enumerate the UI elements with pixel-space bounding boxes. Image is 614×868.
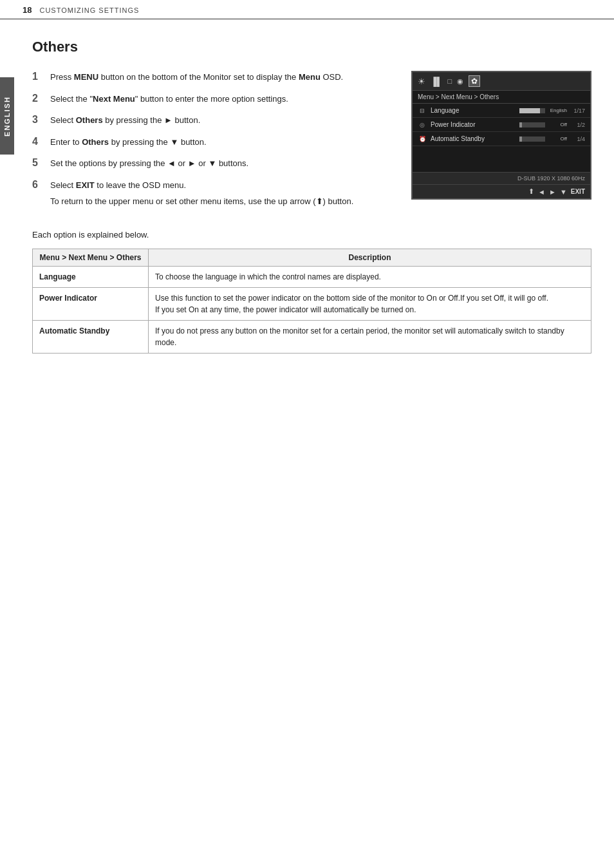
table-row-language: Language To choose the language in which… (33, 266, 591, 287)
step-4-text: Enter to Others by pressing the ▼ button… (50, 136, 207, 149)
step-6: 6 Select EXIT to leave the OSD menu. To … (32, 179, 392, 208)
section-title: Others (32, 39, 591, 55)
osd-bar-language (519, 108, 545, 113)
page-header: 18 CUSTOMIZING SETTINGS (0, 0, 614, 19)
table-cell-power-desc: Use this function to set the power indic… (149, 287, 591, 320)
osd-breadcrumb: Menu > Next Menu > Others (413, 91, 590, 104)
table-cell-language-desc: To choose the language in which the cont… (149, 266, 591, 287)
side-tab: ENGLISH (0, 77, 14, 155)
osd-item-power-fraction: 1/2 (571, 122, 585, 128)
step-6-number: 6 (32, 179, 44, 191)
page-number: 18 (23, 5, 32, 15)
osd-item-power-bar: Off (519, 122, 567, 127)
step-4: 4 Enter to Others by pressing the ▼ butt… (32, 136, 392, 149)
table-cell-standby-label: Automatic Standby (33, 320, 149, 353)
table-row-standby: Automatic Standby If you do not press an… (33, 320, 591, 353)
each-option-text: Each option is explained below. (32, 230, 591, 240)
osd-item-standby-label: Automatic Standby (431, 135, 516, 142)
osd-bar-power (519, 122, 545, 127)
osd-resolution: D-SUB 1920 X 1080 60Hz (431, 175, 585, 182)
step-4-number: 4 (32, 136, 44, 147)
table-cell-standby-desc: If you do not press any button on the mo… (149, 320, 591, 353)
osd-nav-bar: ⬆ ◄ ► ▼ EXIT (413, 184, 590, 198)
osd-item-language-icon: ⊟ (418, 108, 427, 114)
step-6-text: Select EXIT to leave the OSD menu. (50, 179, 353, 192)
step-5-text: Set the options by pressing the ◄ or ► o… (50, 157, 248, 170)
osd-nav-exit: EXIT (571, 188, 585, 195)
osd-icon-bars: ▐▌ (431, 77, 442, 86)
osd-item-language-value: English (548, 108, 567, 113)
step-1-text: Press MENU button on the bottom of the M… (50, 71, 343, 84)
osd-item-power-label: Power Indicator (431, 121, 516, 128)
osd-item-language: ⊟ Language English 1/17 (413, 104, 590, 118)
osd-nav-up: ⬆ (528, 187, 534, 196)
osd-screen: ☀ ▐▌ □ ◉ ✿ Menu > Next Menu > Others ⊟ L… (411, 71, 591, 200)
osd-item-power-value: Off (548, 122, 567, 127)
page-header-title: CUSTOMIZING SETTINGS (39, 6, 139, 14)
table-row-power: Power Indicator Use this function to set… (33, 287, 591, 320)
osd-item-standby-value: Off (548, 136, 567, 142)
step-1: 1 Press MENU button on the bottom of the… (32, 71, 392, 84)
osd-item-standby: ⏰ Automatic Standby Off 1/4 (413, 132, 590, 146)
table-cell-language-label: Language (33, 266, 149, 287)
osd-item-power-icon: ◎ (418, 122, 427, 128)
osd-bottom-bar: D-SUB 1920 X 1080 60Hz (413, 172, 590, 184)
table-cell-power-label: Power Indicator (33, 287, 149, 320)
osd-item-language-bar: English (519, 108, 567, 113)
osd-icon-circle: ◉ (457, 77, 463, 86)
step-2: 2 Select the "Next Menu" button to enter… (32, 93, 392, 106)
main-content: Others 1 Press MENU button on the bottom… (0, 19, 614, 373)
osd-nav-left: ◄ (538, 188, 545, 196)
osd-item-standby-bar: Off (519, 136, 567, 142)
osd-bar-standby (519, 137, 545, 142)
steps-container: 1 Press MENU button on the bottom of the… (32, 71, 591, 217)
step-5: 5 Set the options by pressing the ◄ or ►… (32, 157, 392, 170)
osd-icon-square: □ (447, 77, 452, 85)
step-3-text: Select Others by pressing the ► button. (50, 114, 200, 127)
osd-icon-gear: ✿ (469, 75, 480, 87)
osd-nav-right: ► (549, 188, 556, 196)
osd-nav-down: ▼ (560, 188, 567, 196)
step-6-subtext: To return to the upper menu or set other… (50, 195, 353, 208)
side-tab-label: ENGLISH (3, 96, 11, 137)
options-table: Menu > Next Menu > Others Description La… (32, 249, 591, 354)
osd-icon-sun: ☀ (418, 77, 425, 86)
step-6-content: Select EXIT to leave the OSD menu. To re… (50, 179, 353, 208)
step-3: 3 Select Others by pressing the ► button… (32, 114, 392, 127)
step-5-number: 5 (32, 157, 44, 169)
step-3-number: 3 (32, 114, 44, 126)
osd-container: ☀ ▐▌ □ ◉ ✿ Menu > Next Menu > Others ⊟ L… (411, 71, 591, 217)
osd-icons: ☀ ▐▌ □ ◉ ✿ (418, 75, 480, 87)
osd-item-standby-fraction: 1/4 (571, 136, 585, 142)
osd-item-power: ◎ Power Indicator Off 1/2 (413, 118, 590, 132)
table-header-description: Description (149, 249, 591, 266)
osd-item-standby-icon: ⏰ (418, 136, 427, 142)
osd-item-language-label: Language (431, 107, 516, 114)
step-2-text: Select the "Next Menu" button to enter t… (50, 93, 288, 106)
up-arrow-icon: ⬆ (316, 196, 323, 206)
steps-list: 1 Press MENU button on the bottom of the… (32, 71, 392, 217)
osd-item-language-fraction: 1/17 (571, 108, 585, 114)
step-2-number: 2 (32, 93, 44, 104)
table-header-menu: Menu > Next Menu > Others (33, 249, 149, 266)
step-1-number: 1 (32, 71, 44, 82)
osd-top-bar: ☀ ▐▌ □ ◉ ✿ (413, 72, 590, 91)
